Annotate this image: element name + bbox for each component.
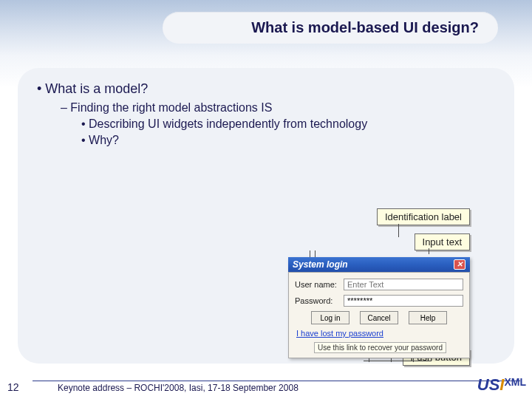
password-input[interactable] [344,295,463,307]
footer-text: Keynote address – ROCHI'2008, Iasi, 17-1… [37,382,525,393]
annotation-identification-label: Identification label [377,208,470,225]
annotation-input-text: Input text [415,233,470,250]
lost-password-link[interactable]: I have lost my password [296,329,463,338]
footer: 12 Keynote address – ROCHI'2008, Iasi, 1… [7,381,525,393]
usixml-logo: USIXML [477,375,526,395]
dialog-body: User name: Password: Log in Cancel Help … [288,272,470,358]
bullet-l3b: Why? [81,132,514,149]
bullet-l1: What is a model? Finding the right model… [37,81,514,148]
login-dialog: System login ✕ User name: Password: Log … [288,257,470,358]
slide-number: 12 [7,381,24,393]
username-input[interactable] [344,279,463,290]
tooltip-box: Use this link to recover your password [314,342,446,353]
dialog-title-text: System login [293,259,348,270]
slide-title: What is model-based UI design? [163,12,498,44]
connector-line [429,248,429,254]
cancel-button[interactable]: Cancel [360,311,398,324]
login-button[interactable]: Log in [311,311,349,324]
connector-line [398,224,399,237]
help-button[interactable]: Help [409,311,447,324]
dialog-titlebar: System login ✕ [288,257,470,272]
content-panel: What is a model? Finding the right model… [18,68,514,364]
password-label: Password: [295,296,339,305]
connector-line [364,361,432,361]
bullet-l2: Finding the right model abstractions IS … [61,101,514,148]
username-label: User name: [295,280,339,289]
close-icon[interactable]: ✕ [454,259,466,270]
bullet-l3a: Describing UI widgets independently from… [81,116,514,132]
